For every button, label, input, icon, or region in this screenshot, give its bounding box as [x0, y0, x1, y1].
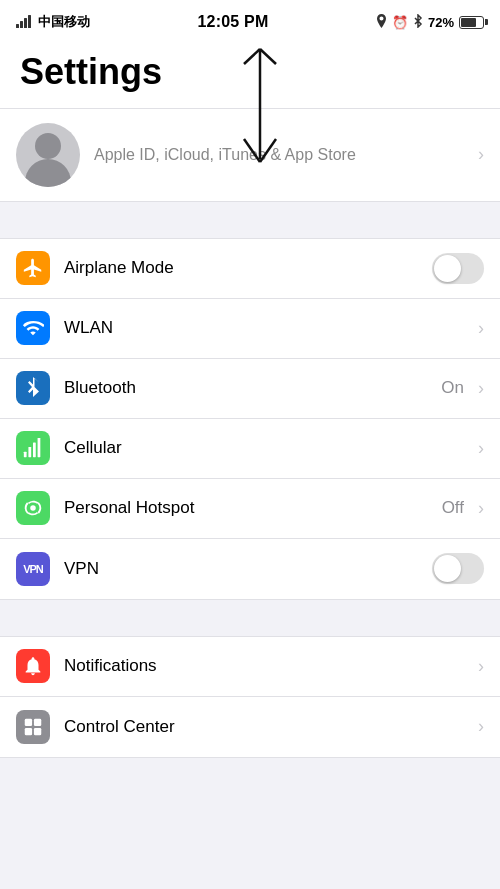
profile-info: Apple ID, iCloud, iTunes & App Store: [94, 146, 470, 164]
airplane-mode-icon-bg: [16, 251, 50, 285]
wlan-icon-bg: [16, 311, 50, 345]
status-right: ⏰ 72%: [376, 14, 484, 31]
profile-row[interactable]: Apple ID, iCloud, iTunes & App Store ›: [0, 109, 500, 202]
svg-rect-9: [24, 452, 27, 458]
cellular-icon: [22, 437, 44, 459]
section-gap-1: [0, 202, 500, 238]
airplane-icon: [22, 257, 44, 279]
bluetooth-label: Bluetooth: [64, 378, 441, 398]
control-center-icon-bg: [16, 710, 50, 744]
connectivity-group: Airplane Mode WLAN › Bluetooth On: [0, 238, 500, 600]
svg-point-13: [30, 505, 36, 511]
notifications-icon: [22, 655, 44, 677]
system-group: Notifications › Control Center ›: [0, 636, 500, 758]
profile-section: Apple ID, iCloud, iTunes & App Store ›: [0, 109, 500, 202]
section-gap-2: [0, 600, 500, 636]
svg-rect-12: [38, 438, 41, 457]
cellular-label: Cellular: [64, 438, 470, 458]
vpn-label-icon: vpn: [23, 563, 43, 575]
vpn-icon-bg: vpn: [16, 552, 50, 586]
hotspot-icon-bg: [16, 491, 50, 525]
svg-rect-3: [28, 15, 31, 28]
airplane-mode-toggle-knob: [434, 255, 461, 282]
settings-row-cellular[interactable]: Cellular ›: [0, 419, 500, 479]
page-title: Settings: [20, 52, 480, 92]
svg-rect-14: [25, 718, 32, 725]
wlan-label: WLAN: [64, 318, 470, 338]
hotspot-icon: [22, 497, 44, 519]
status-left: 中国移动: [16, 13, 90, 31]
carrier-name: 中国移动: [38, 13, 90, 31]
cellular-chevron: ›: [478, 438, 484, 459]
page-wrapper: 中国移动 12:05 PM ⏰ 72% Settings: [0, 0, 500, 758]
settings-row-notifications[interactable]: Notifications ›: [0, 637, 500, 697]
svg-rect-10: [28, 447, 31, 457]
profile-chevron: ›: [478, 144, 484, 165]
cellular-icon-bg: [16, 431, 50, 465]
vpn-label: VPN: [64, 559, 432, 579]
bluetooth-icon: [24, 377, 42, 399]
settings-row-control-center[interactable]: Control Center ›: [0, 697, 500, 757]
avatar-body: [25, 159, 71, 187]
bluetooth-icon-bg: [16, 371, 50, 405]
location-icon: [376, 14, 387, 31]
settings-row-personal-hotspot[interactable]: Personal Hotspot Off ›: [0, 479, 500, 539]
settings-row-vpn[interactable]: vpn VPN: [0, 539, 500, 599]
svg-rect-16: [25, 728, 32, 735]
control-center-label: Control Center: [64, 717, 470, 737]
battery-icon: [459, 16, 484, 29]
battery-percent: 72%: [428, 15, 454, 30]
settings-row-bluetooth[interactable]: Bluetooth On ›: [0, 359, 500, 419]
bluetooth-value: On: [441, 378, 464, 398]
profile-description: Apple ID, iCloud, iTunes & App Store: [94, 146, 470, 164]
bluetooth-chevron: ›: [478, 378, 484, 399]
personal-hotspot-value: Off: [442, 498, 464, 518]
avatar-head: [35, 133, 61, 159]
signal-bars: [16, 14, 34, 31]
airplane-mode-label: Airplane Mode: [64, 258, 432, 278]
svg-rect-1: [20, 21, 23, 28]
control-center-icon: [22, 716, 44, 738]
settings-row-airplane-mode[interactable]: Airplane Mode: [0, 239, 500, 299]
personal-hotspot-label: Personal Hotspot: [64, 498, 442, 518]
control-center-chevron: ›: [478, 716, 484, 737]
notifications-icon-bg: [16, 649, 50, 683]
svg-rect-17: [34, 728, 41, 735]
settings-row-wlan[interactable]: WLAN ›: [0, 299, 500, 359]
svg-rect-15: [34, 718, 41, 725]
notifications-label: Notifications: [64, 656, 470, 676]
vpn-toggle[interactable]: [432, 553, 484, 584]
svg-rect-2: [24, 18, 27, 28]
bluetooth-status-icon: [413, 14, 423, 31]
time-display: 12:05 PM: [198, 13, 269, 31]
avatar-person: [16, 123, 80, 187]
avatar: [16, 123, 80, 187]
airplane-mode-toggle[interactable]: [432, 253, 484, 284]
alarm-icon: ⏰: [392, 15, 408, 30]
header: Settings: [0, 44, 500, 109]
svg-rect-11: [33, 443, 36, 458]
svg-rect-0: [16, 24, 19, 28]
vpn-toggle-knob: [434, 555, 461, 582]
personal-hotspot-chevron: ›: [478, 498, 484, 519]
battery-fill: [461, 18, 476, 27]
status-bar: 中国移动 12:05 PM ⏰ 72%: [0, 0, 500, 44]
wifi-icon: [22, 317, 44, 339]
notifications-chevron: ›: [478, 656, 484, 677]
wlan-chevron: ›: [478, 318, 484, 339]
